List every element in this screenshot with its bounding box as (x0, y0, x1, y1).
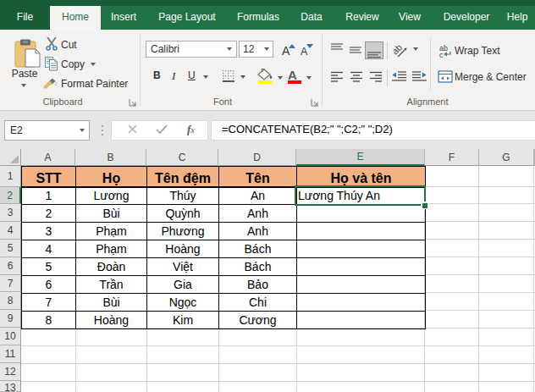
svg-text:ab: ab (394, 42, 404, 57)
svg-text:c: c (439, 51, 444, 58)
